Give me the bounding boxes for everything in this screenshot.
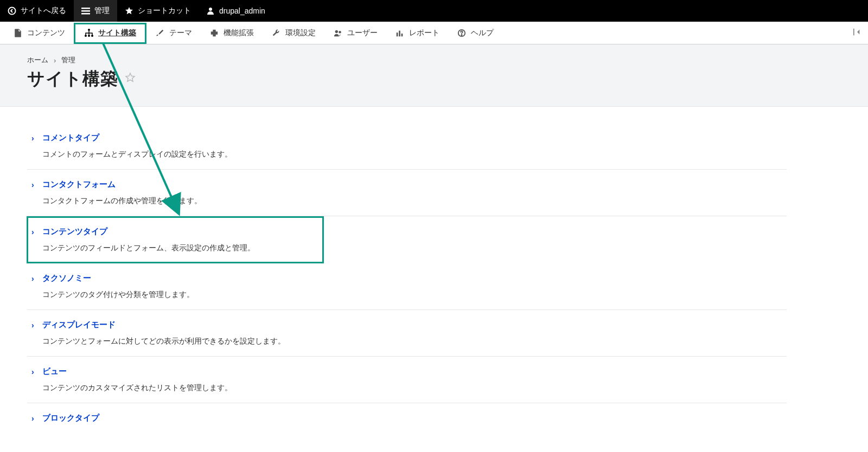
list-item-link[interactable]: コンタクトフォーム [42, 179, 116, 190]
list-item-content-types: › コンテンツタイプ コンテンツのフィールドとフォーム、表示設定の作成と管理。 [27, 216, 324, 263]
list-item-link[interactable]: ブロックタイプ [42, 413, 99, 423]
svg-rect-1 [81, 8, 90, 9]
list-item-block-types: › ブロックタイプ [27, 403, 787, 423]
svg-point-7 [88, 35, 90, 37]
chevron-right-icon: › [31, 180, 38, 189]
admin-list: › コメントタイプ コメントのフォームとディスプレイの設定を行います。 › コン… [27, 123, 787, 423]
people-icon [333, 28, 343, 38]
tab-configuration[interactable]: 環境設定 [263, 22, 324, 44]
toolbar-top: サイトへ戻る 管理 ショートカット drupal_admin [0, 0, 868, 22]
bar-chart-icon [395, 28, 405, 38]
tab-structure-label: サイト構築 [98, 28, 136, 38]
collapse-icon [853, 29, 861, 38]
svg-point-5 [88, 29, 90, 31]
hierarchy-icon [84, 28, 94, 38]
svg-point-4 [209, 8, 212, 11]
svg-rect-13 [401, 33, 403, 36]
tab-help-label: ヘルプ [471, 28, 494, 38]
svg-point-9 [335, 30, 338, 33]
tab-reports[interactable]: レポート [386, 22, 448, 44]
svg-rect-12 [399, 30, 400, 36]
list-item-link[interactable]: タクソノミー [42, 273, 91, 283]
puzzle-icon [209, 28, 219, 38]
svg-rect-16 [853, 29, 854, 35]
breadcrumb-home[interactable]: ホーム [27, 55, 48, 65]
page-title: サイト構築 [27, 67, 118, 91]
tab-structure[interactable]: サイト構築 [74, 23, 146, 44]
svg-rect-2 [81, 10, 90, 12]
shortcut-star-toggle[interactable] [125, 72, 136, 86]
tab-extend-label: 機能拡張 [224, 28, 254, 38]
chevron-right-icon: › [31, 367, 38, 376]
tab-reports-label: レポート [409, 28, 439, 38]
toolbar-orientation-toggle[interactable] [846, 28, 868, 38]
tab-content[interactable]: コンテンツ [4, 22, 74, 44]
tab-people[interactable]: ユーザー [324, 22, 386, 44]
list-item-contact-forms: › コンタクトフォーム コンタクトフォームの作成や管理を行います。 [27, 170, 787, 216]
chevron-right-icon: › [31, 274, 38, 283]
manage-label: 管理 [94, 6, 110, 16]
tab-extend[interactable]: 機能拡張 [201, 22, 263, 44]
chevron-right-icon: › [31, 321, 38, 330]
content-region: › コメントタイプ コメントのフォームとディスプレイの設定を行います。 › コン… [0, 107, 868, 440]
svg-rect-3 [81, 13, 90, 15]
toolbar-admin: コンテンツ サイト構築 テーマ 機能拡張 環境設定 ユーザー レポート [0, 22, 868, 44]
svg-point-10 [339, 31, 341, 33]
list-item-desc: コンテンツとフォームに対してどの表示が利用できるかを設定します。 [42, 337, 787, 346]
tab-content-label: コンテンツ [27, 28, 65, 38]
list-item-comment-types: › コメントタイプ コメントのフォームとディスプレイの設定を行います。 [27, 123, 787, 170]
breadcrumb: ホーム › 管理 [27, 55, 841, 65]
chevron-right-icon: › [54, 56, 56, 64]
list-item-link[interactable]: コンテンツタイプ [42, 227, 107, 237]
list-item-taxonomy: › タクソノミー コンテンツのタグ付けや分類を管理します。 [27, 263, 787, 310]
list-item-desc: コメントのフォームとディスプレイの設定を行います。 [42, 150, 787, 159]
svg-point-15 [461, 34, 462, 35]
chevron-right-icon: › [31, 228, 38, 236]
chevron-right-icon: › [31, 414, 38, 423]
list-item-views: › ビュー コンテンツのカスタマイズされたリストを管理します。 [27, 357, 787, 403]
svg-rect-11 [397, 33, 398, 36]
user-icon [206, 7, 215, 15]
list-item-desc: コンテンツのカスタマイズされたリストを管理します。 [42, 383, 787, 393]
back-to-site-label: サイトへ戻る [21, 6, 66, 16]
svg-point-6 [85, 35, 87, 37]
list-item-desc: コンタクトフォームの作成や管理を行います。 [42, 196, 787, 206]
tab-appearance[interactable]: テーマ [146, 22, 201, 44]
document-icon [13, 28, 23, 38]
tab-appearance-label: テーマ [169, 28, 192, 38]
list-item-display-modes: › ディスプレイモード コンテンツとフォームに対してどの表示が利用できるかを設定… [27, 310, 787, 357]
region-header: ホーム › 管理 サイト構築 [0, 44, 868, 107]
wrench-icon [271, 28, 281, 38]
svg-point-0 [9, 8, 16, 15]
list-item-link[interactable]: コメントタイプ [42, 133, 99, 143]
user-menu[interactable]: drupal_admin [199, 0, 273, 22]
back-arrow-icon [8, 7, 16, 15]
tab-configuration-label: 環境設定 [285, 28, 316, 38]
list-item-link[interactable]: ビュー [42, 366, 67, 377]
list-item-desc: コンテンツのフィールドとフォーム、表示設定の作成と管理。 [42, 243, 322, 253]
list-item-desc: コンテンツのタグ付けや分類を管理します。 [42, 290, 787, 300]
hamburger-icon [81, 7, 90, 15]
tab-people-label: ユーザー [347, 28, 378, 38]
star-icon [125, 7, 133, 15]
back-to-site-link[interactable]: サイトへ戻る [0, 0, 74, 22]
chevron-right-icon: › [31, 134, 38, 143]
shortcuts-link[interactable]: ショートカット [117, 0, 199, 22]
svg-point-8 [91, 35, 93, 37]
breadcrumb-admin[interactable]: 管理 [61, 55, 75, 65]
shortcuts-label: ショートカット [138, 6, 191, 16]
manage-toggle[interactable]: 管理 [74, 0, 117, 22]
user-label: drupal_admin [219, 7, 265, 15]
list-item-link[interactable]: ディスプレイモード [42, 320, 116, 330]
brush-icon [155, 28, 165, 38]
tab-help[interactable]: ヘルプ [448, 22, 502, 44]
help-icon [457, 28, 467, 38]
